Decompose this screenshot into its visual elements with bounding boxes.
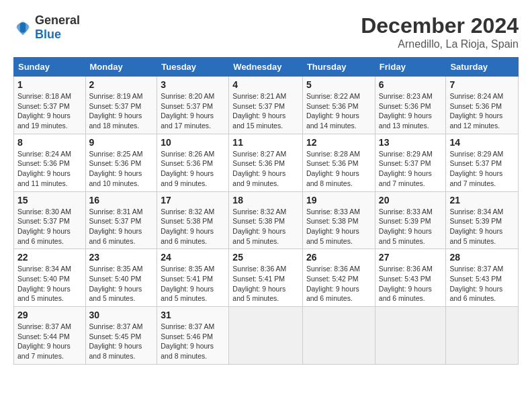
header-wednesday: Wednesday bbox=[229, 58, 303, 77]
month-title: December 2024 bbox=[361, 13, 519, 38]
calendar-cell: 30Sunrise: 8:37 AMSunset: 5:45 PMDayligh… bbox=[85, 307, 157, 365]
calendar-cell: 23Sunrise: 8:35 AMSunset: 5:40 PMDayligh… bbox=[85, 249, 157, 307]
calendar-cell: 2Sunrise: 8:19 AMSunset: 5:37 PMDaylight… bbox=[85, 77, 157, 134]
day-number: 24 bbox=[161, 252, 225, 263]
day-number: 4 bbox=[232, 79, 299, 90]
cell-content: Sunrise: 8:23 AMSunset: 5:36 PMDaylight:… bbox=[379, 91, 443, 131]
calendar-cell: 8Sunrise: 8:24 AMSunset: 5:36 PMDaylight… bbox=[14, 134, 86, 191]
cell-content: Sunrise: 8:26 AMSunset: 5:36 PMDaylight:… bbox=[161, 149, 225, 189]
day-number: 12 bbox=[306, 137, 371, 148]
calendar-cell: 21Sunrise: 8:34 AMSunset: 5:39 PMDayligh… bbox=[446, 191, 519, 249]
day-number: 25 bbox=[232, 252, 299, 263]
cell-content: Sunrise: 8:36 AMSunset: 5:42 PMDaylight:… bbox=[306, 264, 371, 304]
cell-content: Sunrise: 8:27 AMSunset: 5:36 PMDaylight:… bbox=[232, 149, 299, 189]
day-number: 7 bbox=[449, 79, 515, 90]
calendar-cell: 5Sunrise: 8:22 AMSunset: 5:36 PMDaylight… bbox=[302, 77, 375, 134]
day-number: 9 bbox=[89, 137, 154, 148]
header-sunday: Sunday bbox=[14, 58, 86, 77]
cell-content: Sunrise: 8:34 AMSunset: 5:39 PMDaylight:… bbox=[449, 207, 515, 246]
day-number: 6 bbox=[379, 79, 443, 90]
day-number: 3 bbox=[161, 79, 225, 90]
location-title: Arnedillo, La Rioja, Spain bbox=[361, 38, 519, 50]
calendar-cell: 6Sunrise: 8:23 AMSunset: 5:36 PMDaylight… bbox=[375, 77, 446, 134]
calendar-cell bbox=[302, 307, 375, 365]
calendar-cell: 19Sunrise: 8:33 AMSunset: 5:38 PMDayligh… bbox=[302, 191, 375, 249]
cell-content: Sunrise: 8:34 AMSunset: 5:40 PMDaylight:… bbox=[17, 264, 82, 304]
day-number: 29 bbox=[17, 310, 82, 320]
calendar-cell: 1Sunrise: 8:18 AMSunset: 5:37 PMDaylight… bbox=[14, 77, 86, 134]
day-number: 14 bbox=[449, 137, 515, 148]
day-number: 27 bbox=[379, 252, 443, 263]
week-row-4: 29Sunrise: 8:37 AMSunset: 5:44 PMDayligh… bbox=[14, 307, 519, 365]
day-number: 26 bbox=[306, 252, 371, 263]
day-number: 28 bbox=[449, 252, 515, 263]
cell-content: Sunrise: 8:33 AMSunset: 5:39 PMDaylight:… bbox=[379, 207, 443, 246]
week-row-1: 8Sunrise: 8:24 AMSunset: 5:36 PMDaylight… bbox=[14, 134, 519, 191]
calendar-cell: 31Sunrise: 8:37 AMSunset: 5:46 PMDayligh… bbox=[157, 307, 229, 365]
day-number: 13 bbox=[379, 137, 443, 148]
cell-content: Sunrise: 8:18 AMSunset: 5:37 PMDaylight:… bbox=[17, 91, 82, 131]
cell-content: Sunrise: 8:21 AMSunset: 5:37 PMDaylight:… bbox=[232, 91, 299, 131]
page-header: General Blue December 2024 Arnedillo, La… bbox=[13, 13, 519, 50]
header-thursday: Thursday bbox=[302, 58, 375, 77]
calendar-header-row: SundayMondayTuesdayWednesdayThursdayFrid… bbox=[14, 58, 519, 77]
day-number: 22 bbox=[17, 252, 82, 263]
cell-content: Sunrise: 8:30 AMSunset: 5:37 PMDaylight:… bbox=[17, 207, 82, 246]
week-row-3: 22Sunrise: 8:34 AMSunset: 5:40 PMDayligh… bbox=[14, 249, 519, 307]
calendar-cell bbox=[375, 307, 446, 365]
header-tuesday: Tuesday bbox=[157, 58, 229, 77]
cell-content: Sunrise: 8:28 AMSunset: 5:36 PMDaylight:… bbox=[306, 149, 371, 189]
cell-content: Sunrise: 8:19 AMSunset: 5:37 PMDaylight:… bbox=[89, 91, 154, 131]
cell-content: Sunrise: 8:24 AMSunset: 5:36 PMDaylight:… bbox=[17, 149, 82, 189]
cell-content: Sunrise: 8:35 AMSunset: 5:41 PMDaylight:… bbox=[161, 264, 225, 304]
calendar-cell: 7Sunrise: 8:24 AMSunset: 5:36 PMDaylight… bbox=[446, 77, 519, 134]
calendar-cell: 18Sunrise: 8:32 AMSunset: 5:38 PMDayligh… bbox=[229, 191, 303, 249]
cell-content: Sunrise: 8:20 AMSunset: 5:37 PMDaylight:… bbox=[161, 91, 225, 131]
cell-content: Sunrise: 8:32 AMSunset: 5:38 PMDaylight:… bbox=[232, 207, 299, 246]
cell-content: Sunrise: 8:24 AMSunset: 5:36 PMDaylight:… bbox=[449, 91, 515, 131]
cell-content: Sunrise: 8:29 AMSunset: 5:37 PMDaylight:… bbox=[379, 149, 443, 189]
day-number: 15 bbox=[17, 195, 82, 205]
calendar-cell bbox=[229, 307, 303, 365]
day-number: 11 bbox=[232, 137, 299, 148]
calendar-cell: 16Sunrise: 8:31 AMSunset: 5:37 PMDayligh… bbox=[85, 191, 157, 249]
day-number: 23 bbox=[89, 252, 154, 263]
cell-content: Sunrise: 8:37 AMSunset: 5:43 PMDaylight:… bbox=[449, 264, 515, 304]
header-monday: Monday bbox=[85, 58, 157, 77]
cell-content: Sunrise: 8:37 AMSunset: 5:44 PMDaylight:… bbox=[17, 322, 82, 361]
day-number: 31 bbox=[161, 310, 225, 320]
day-number: 1 bbox=[17, 79, 82, 90]
week-row-2: 15Sunrise: 8:30 AMSunset: 5:37 PMDayligh… bbox=[14, 191, 519, 249]
logo-icon bbox=[13, 18, 32, 37]
header-friday: Friday bbox=[375, 58, 446, 77]
calendar-cell: 10Sunrise: 8:26 AMSunset: 5:36 PMDayligh… bbox=[157, 134, 229, 191]
calendar-cell: 24Sunrise: 8:35 AMSunset: 5:41 PMDayligh… bbox=[157, 249, 229, 307]
cell-content: Sunrise: 8:32 AMSunset: 5:38 PMDaylight:… bbox=[161, 207, 225, 246]
calendar-cell: 25Sunrise: 8:36 AMSunset: 5:41 PMDayligh… bbox=[229, 249, 303, 307]
calendar-cell: 28Sunrise: 8:37 AMSunset: 5:43 PMDayligh… bbox=[446, 249, 519, 307]
logo-text: General Blue bbox=[35, 13, 80, 42]
cell-content: Sunrise: 8:37 AMSunset: 5:46 PMDaylight:… bbox=[161, 322, 225, 361]
day-number: 2 bbox=[89, 79, 154, 90]
calendar-cell: 4Sunrise: 8:21 AMSunset: 5:37 PMDaylight… bbox=[229, 77, 303, 134]
calendar-cell: 3Sunrise: 8:20 AMSunset: 5:37 PMDaylight… bbox=[157, 77, 229, 134]
day-number: 30 bbox=[89, 310, 154, 320]
calendar-table: SundayMondayTuesdayWednesdayThursdayFrid… bbox=[13, 57, 519, 365]
calendar-cell: 15Sunrise: 8:30 AMSunset: 5:37 PMDayligh… bbox=[14, 191, 86, 249]
calendar-cell bbox=[446, 307, 519, 365]
day-number: 19 bbox=[306, 195, 371, 205]
day-number: 21 bbox=[449, 195, 515, 205]
day-number: 17 bbox=[161, 195, 225, 205]
day-number: 5 bbox=[306, 79, 371, 90]
logo-blue: Blue bbox=[35, 28, 61, 41]
cell-content: Sunrise: 8:37 AMSunset: 5:45 PMDaylight:… bbox=[89, 322, 154, 361]
calendar-cell: 9Sunrise: 8:25 AMSunset: 5:36 PMDaylight… bbox=[85, 134, 157, 191]
calendar-cell: 13Sunrise: 8:29 AMSunset: 5:37 PMDayligh… bbox=[375, 134, 446, 191]
cell-content: Sunrise: 8:22 AMSunset: 5:36 PMDaylight:… bbox=[306, 91, 371, 131]
cell-content: Sunrise: 8:29 AMSunset: 5:37 PMDaylight:… bbox=[449, 149, 515, 189]
calendar-cell: 22Sunrise: 8:34 AMSunset: 5:40 PMDayligh… bbox=[14, 249, 86, 307]
logo-general: General bbox=[35, 13, 80, 27]
cell-content: Sunrise: 8:25 AMSunset: 5:36 PMDaylight:… bbox=[89, 149, 154, 189]
calendar-cell: 27Sunrise: 8:36 AMSunset: 5:43 PMDayligh… bbox=[375, 249, 446, 307]
calendar-cell: 26Sunrise: 8:36 AMSunset: 5:42 PMDayligh… bbox=[302, 249, 375, 307]
